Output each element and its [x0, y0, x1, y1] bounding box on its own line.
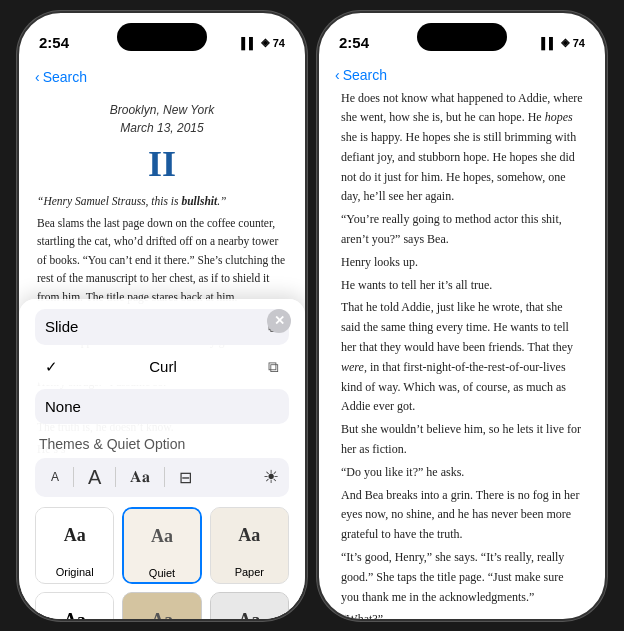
- theme-original-preview: Aa: [36, 508, 113, 563]
- battery-icon-2: 74: [573, 37, 585, 49]
- slide-option-none[interactable]: None: [35, 389, 289, 424]
- theme-calm-preview: Aa: [123, 593, 200, 619]
- theme-focus-preview: Aa: [211, 593, 288, 619]
- theme-paper[interactable]: Aa Paper: [210, 507, 289, 584]
- theme-quiet[interactable]: Aa Quiet: [122, 507, 201, 584]
- chapter-number: II: [19, 143, 305, 186]
- slide-option-curl[interactable]: ✓ Curl ⧉: [35, 349, 289, 385]
- chevron-left-icon: ‹: [35, 69, 40, 85]
- themes-grid: Aa Original Aa Quiet Aa Paper Aa: [35, 507, 289, 619]
- slide-options: Slide ⧉ ✓ Curl ⧉ None: [35, 309, 289, 428]
- themes-header: Themes & Quiet Option: [35, 436, 289, 452]
- phone-2: 2:54 ▌▌ ◈ 74 ‹ Search He does not know w…: [317, 11, 607, 621]
- wifi-icon-2: ◈: [561, 36, 569, 49]
- font-decrease-button[interactable]: A: [45, 468, 65, 486]
- curl-icon: ⧉: [268, 358, 279, 376]
- font-style-button[interactable]: 𝐀𝐚: [124, 466, 156, 488]
- close-button[interactable]: ✕: [267, 309, 291, 333]
- nav-bar-2: ‹ Search: [319, 63, 605, 89]
- wifi-icon: ◈: [261, 36, 269, 49]
- chevron-left-icon-2: ‹: [335, 67, 340, 83]
- layout-button[interactable]: ⊟: [173, 466, 198, 489]
- theme-calm[interactable]: Aa Calm: [122, 592, 201, 619]
- theme-paper-preview: Aa: [211, 508, 288, 563]
- divider-1: [73, 467, 74, 487]
- theme-original[interactable]: Aa Original: [35, 507, 114, 584]
- theme-paper-label: Paper: [211, 563, 288, 581]
- slide-option-slide[interactable]: Slide ⧉: [35, 309, 289, 345]
- theme-bold-preview: Aa: [36, 593, 113, 619]
- theme-original-label: Original: [36, 563, 113, 581]
- status-icons-2: ▌▌ ◈ 74: [541, 36, 585, 49]
- signal-icon-2: ▌▌: [541, 37, 557, 49]
- time-1: 2:54: [39, 34, 69, 51]
- overlay-panel: Slide ⧉ ✓ Curl ⧉ None ✕: [19, 299, 305, 619]
- font-increase-button[interactable]: A: [82, 464, 107, 491]
- dynamic-island-1: [117, 23, 207, 51]
- brightness-button[interactable]: ☀: [263, 466, 279, 488]
- theme-quiet-label: Quiet: [124, 564, 199, 582]
- signal-icon: ▌▌: [241, 37, 257, 49]
- time-2: 2:54: [339, 34, 369, 51]
- themes-section: Themes & Quiet Option A A 𝐀𝐚 ⊟ ☀: [35, 436, 289, 619]
- divider-2: [115, 467, 116, 487]
- book-header: Brooklyn, New York March 13, 2015: [19, 91, 305, 143]
- nav-bar-1: ‹ Search: [19, 63, 305, 91]
- theme-quiet-preview: Aa: [124, 509, 199, 564]
- back-button-1[interactable]: ‹ Search: [35, 69, 87, 85]
- theme-bold[interactable]: Aa Bold: [35, 592, 114, 619]
- theme-focus[interactable]: Aa Focus: [210, 592, 289, 619]
- book-text-2: He does not know what happened to Addie,…: [319, 89, 605, 619]
- battery-icon: 74: [273, 37, 285, 49]
- phone2-content: ‹ Search He does not know what happened …: [319, 63, 605, 619]
- status-icons-1: ▌▌ ◈ 74: [241, 36, 285, 49]
- dynamic-island-2: [417, 23, 507, 51]
- back-button-2[interactable]: ‹ Search: [335, 67, 387, 83]
- phone1-content: ‹ Search Brooklyn, New York March 13, 20…: [19, 63, 305, 619]
- phone-1: 2:54 ▌▌ ◈ 74 ‹ Search Brooklyn, New York…: [17, 11, 307, 621]
- font-controls: A A 𝐀𝐚 ⊟ ☀: [35, 458, 289, 497]
- divider-3: [164, 467, 165, 487]
